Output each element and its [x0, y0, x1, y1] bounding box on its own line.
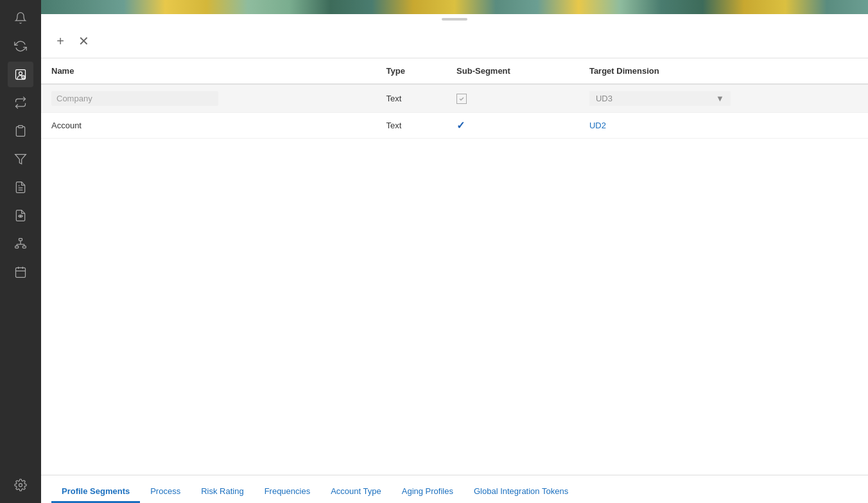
svg-point-7: [20, 216, 21, 217]
add-button[interactable]: +: [51, 32, 69, 50]
data-table: Name Type Sub-Segment Target Dimension T…: [41, 58, 868, 139]
eye-report-icon[interactable]: [8, 203, 33, 228]
remove-button[interactable]: ✕: [74, 32, 92, 50]
sidebar: [0, 0, 41, 503]
table-row: Text UD3 ▼: [41, 84, 868, 113]
document-list-icon[interactable]: [8, 175, 33, 200]
type-cell: Text: [376, 84, 446, 113]
col-header-type: Type: [376, 58, 446, 84]
table-header-row: Name Type Sub-Segment Target Dimension: [41, 58, 868, 84]
top-banner: [41, 0, 868, 14]
filter-icon[interactable]: [8, 146, 33, 172]
type-cell: Text: [376, 113, 446, 139]
tab-account-type[interactable]: Account Type: [320, 481, 392, 503]
subsegment-checkmark: ✓: [456, 120, 465, 131]
tab-process[interactable]: Process: [140, 481, 191, 503]
type-value: Text: [386, 121, 401, 130]
calendar-icon[interactable]: [8, 259, 33, 285]
tab-aging-profiles[interactable]: Aging Profiles: [392, 481, 464, 503]
bell-icon[interactable]: [8, 5, 33, 31]
main-content: + ✕ Name Type Sub-Segment Target Dimensi…: [41, 0, 868, 503]
tab-profile-segments[interactable]: Profile Segments: [51, 481, 140, 503]
sync-icon[interactable]: [8, 33, 33, 59]
bottom-tabs: Profile Segments Process Risk Rating Fre…: [41, 475, 868, 503]
clipboard-icon[interactable]: [8, 118, 33, 144]
scroll-handle: [41, 14, 868, 24]
svg-point-19: [19, 484, 22, 487]
hierarchy-icon[interactable]: [8, 231, 33, 257]
svg-rect-10: [22, 246, 26, 248]
tab-frequencies[interactable]: Frequencies: [254, 481, 321, 503]
toolbar: + ✕: [41, 24, 868, 58]
svg-point-1: [19, 72, 22, 75]
col-header-targetdim: Target Dimension: [579, 58, 868, 84]
col-header-name: Name: [41, 58, 376, 84]
subsegment-cell: ✓: [446, 113, 579, 139]
subsegment-cell[interactable]: [446, 84, 579, 113]
tab-risk-rating[interactable]: Risk Rating: [191, 481, 254, 503]
table-row: Account Text ✓ UD2: [41, 113, 868, 139]
targetdim-cell[interactable]: UD3 ▼: [579, 84, 868, 113]
target-dim-link[interactable]: UD2: [589, 121, 606, 130]
svg-rect-15: [16, 268, 26, 277]
name-cell: Account: [41, 113, 376, 139]
table-area: Name Type Sub-Segment Target Dimension T…: [41, 58, 868, 475]
profile-icon[interactable]: [8, 62, 33, 87]
tab-global-integration[interactable]: Global Integration Tokens: [464, 481, 578, 503]
svg-marker-4: [15, 155, 26, 164]
target-dim-value: UD3: [596, 94, 612, 103]
svg-rect-3: [19, 126, 23, 128]
name-value: Account: [51, 121, 82, 130]
transfer-icon[interactable]: [8, 90, 33, 115]
name-input[interactable]: [51, 91, 218, 106]
svg-rect-9: [15, 246, 19, 248]
subsegment-checkbox-disabled[interactable]: [456, 94, 467, 104]
chevron-down-icon: ▼: [716, 94, 724, 103]
target-dim-dropdown[interactable]: UD3 ▼: [589, 91, 731, 106]
content-area: + ✕ Name Type Sub-Segment Target Dimensi…: [41, 24, 868, 503]
svg-rect-8: [19, 239, 22, 241]
scroll-handle-bar: [442, 18, 467, 21]
targetdim-cell[interactable]: UD2: [579, 113, 868, 139]
gear-icon[interactable]: [8, 472, 33, 498]
col-header-subsegment: Sub-Segment: [446, 58, 579, 84]
name-cell[interactable]: [41, 84, 376, 113]
type-value: Text: [386, 94, 401, 103]
